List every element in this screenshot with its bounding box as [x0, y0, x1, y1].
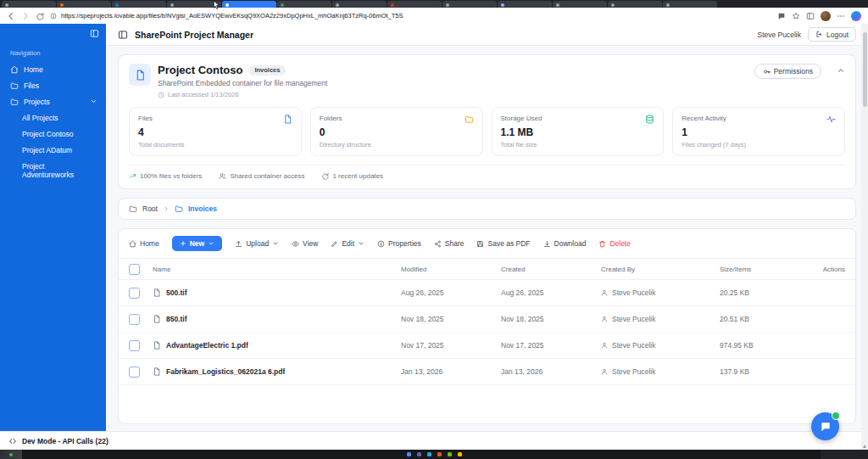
- delete-label: Delete: [609, 239, 631, 248]
- row-checkbox[interactable]: [129, 314, 140, 325]
- browser-back-button[interactable]: [7, 12, 15, 20]
- taskbar-app-icon[interactable]: [427, 452, 431, 456]
- site-info-icon[interactable]: [50, 13, 57, 20]
- column-header-name[interactable]: Name: [153, 266, 401, 273]
- taskbar-app-icon[interactable]: [417, 452, 421, 456]
- breadcrumb-root[interactable]: Root: [142, 204, 158, 213]
- home-icon: [10, 65, 19, 74]
- column-header-created[interactable]: Created: [501, 266, 601, 273]
- new-label: New: [190, 239, 204, 248]
- edit-button[interactable]: Edit: [331, 239, 364, 248]
- column-header-created-by[interactable]: Created By: [601, 266, 720, 273]
- logout-icon: [815, 31, 823, 38]
- scrollbar-arrow-icon[interactable]: [863, 445, 866, 448]
- home-button[interactable]: Home: [129, 239, 159, 248]
- insight-shared-access: Shared container access: [219, 172, 304, 180]
- column-header-actions: Actions: [804, 266, 845, 273]
- stat-card-folders: Folders 0 Directory structure: [310, 107, 483, 156]
- stat-sub: Total file size: [501, 141, 655, 148]
- sidebar-item-project-adventureworks[interactable]: Project Adventureworks: [0, 158, 106, 182]
- browser-url-box[interactable]: https://speprojects.lovable.app/files/b!…: [50, 12, 771, 20]
- browser-tab[interactable]: [663, 1, 717, 8]
- row-checkbox[interactable]: [129, 367, 140, 378]
- row-checkbox[interactable]: [129, 340, 140, 351]
- file-created: Nov 18, 2025: [501, 315, 601, 323]
- dev-mode-bar[interactable]: Dev Mode - API Calls (22): [0, 431, 868, 450]
- collapse-card-button[interactable]: [837, 66, 845, 75]
- database-icon: [645, 115, 654, 124]
- taskbar-start-segment[interactable]: [0, 450, 22, 459]
- table-row[interactable]: AdvantageElectric 1.pdf Nov 17, 2025 Nov…: [119, 333, 855, 359]
- file-name[interactable]: AdvantageElectric 1.pdf: [166, 341, 248, 350]
- browser-tab-active[interactable]: [222, 1, 276, 8]
- sidebar-item-projects[interactable]: Projects: [0, 93, 106, 109]
- browser-tab[interactable]: [387, 1, 442, 8]
- file-icon: [153, 367, 161, 376]
- browser-tab[interactable]: [608, 1, 662, 8]
- taskbar-app-icon[interactable]: [448, 452, 452, 456]
- browser-tab[interactable]: [442, 1, 497, 8]
- chat-fab-button[interactable]: [811, 412, 839, 440]
- extensions-icon[interactable]: [806, 12, 815, 20]
- share-button[interactable]: Share: [434, 239, 465, 248]
- browser-reload-button[interactable]: [36, 12, 44, 20]
- table-row[interactable]: Fabrikam_Logistics_062021a 6.pdf Jan 13,…: [119, 359, 855, 385]
- new-button[interactable]: New: [172, 236, 222, 251]
- browser-tab[interactable]: [553, 1, 607, 8]
- file-created-by: Steve Pucelik: [612, 341, 656, 350]
- permissions-button[interactable]: Permissions: [754, 64, 821, 79]
- sidebar-item-project-adatum[interactable]: Project ADatum: [0, 142, 106, 158]
- taskbar-app-icon[interactable]: [458, 452, 462, 456]
- download-button[interactable]: Download: [543, 239, 587, 248]
- upload-button[interactable]: Upload: [235, 239, 279, 248]
- sidebar-item-all-projects[interactable]: All Projects: [0, 109, 106, 126]
- properties-button[interactable]: Properties: [377, 239, 421, 248]
- browser-tab[interactable]: [2, 1, 56, 8]
- upload-label: Upload: [246, 239, 269, 248]
- file-name[interactable]: 500.tif: [166, 288, 187, 297]
- page-scrollbar[interactable]: [861, 24, 868, 450]
- browser-url-text[interactable]: https://speprojects.lovable.app/files/b!…: [61, 12, 403, 20]
- files-panel: Home New Upload: [118, 228, 856, 424]
- read-aloud-icon[interactable]: [777, 12, 786, 20]
- browser-tab[interactable]: [332, 1, 387, 8]
- breadcrumb-current[interactable]: Invoices: [188, 204, 217, 213]
- browser-tab[interactable]: [498, 1, 552, 8]
- browser-tab[interactable]: [112, 1, 166, 8]
- sidebar-item-home[interactable]: Home: [0, 61, 106, 77]
- save-as-pdf-label: Save as PDF: [487, 239, 530, 248]
- browser-menu-icon[interactable]: [837, 12, 845, 20]
- folder-icon: [129, 204, 137, 213]
- row-checkbox[interactable]: [129, 288, 140, 299]
- select-all-checkbox[interactable]: [129, 264, 140, 275]
- browser-profile-avatar[interactable]: [821, 11, 831, 21]
- scrollbar-thumb[interactable]: [863, 32, 867, 107]
- taskbar-system-tray[interactable]: [821, 450, 868, 459]
- project-summary-card: Project Contoso Invoices SharePoint Embe…: [118, 54, 856, 189]
- sidebar-collapse-button[interactable]: [90, 29, 99, 38]
- taskbar-app-icon[interactable]: [407, 452, 411, 456]
- delete-button[interactable]: Delete: [598, 239, 631, 248]
- view-button[interactable]: View: [292, 239, 318, 248]
- file-icon: [153, 315, 161, 323]
- favorite-star-icon[interactable]: [792, 12, 800, 20]
- taskbar-app-icon[interactable]: [437, 452, 442, 456]
- file-size: 137.9 KB: [720, 367, 804, 376]
- file-name[interactable]: 850.tif: [166, 315, 187, 323]
- browser-tab[interactable]: [57, 1, 111, 8]
- insight-files-vs-folders: 100% files vs folders: [129, 172, 202, 180]
- column-header-size[interactable]: Size/Items: [720, 266, 804, 273]
- table-row[interactable]: 850.tif Nov 18, 2025 Nov 18, 2025 Steve …: [119, 306, 855, 333]
- copilot-icon[interactable]: [851, 11, 861, 21]
- browser-address-bar: https://speprojects.lovable.app/files/b!…: [0, 8, 868, 25]
- browser-tab[interactable]: [277, 1, 331, 8]
- eye-icon: [292, 240, 299, 248]
- sidebar-item-files[interactable]: Files: [0, 77, 106, 93]
- column-header-modified[interactable]: Modified: [401, 266, 501, 273]
- sidebar-item-project-contoso[interactable]: Project Contoso: [0, 126, 106, 142]
- logout-button[interactable]: Logout: [808, 27, 856, 42]
- browser-forward-button[interactable]: [21, 12, 30, 20]
- table-row[interactable]: 500.tif Aug 26, 2025 Aug 26, 2025 Steve …: [119, 280, 855, 306]
- file-name[interactable]: Fabrikam_Logistics_062021a 6.pdf: [166, 367, 285, 376]
- save-as-pdf-button[interactable]: Save as PDF: [476, 239, 530, 248]
